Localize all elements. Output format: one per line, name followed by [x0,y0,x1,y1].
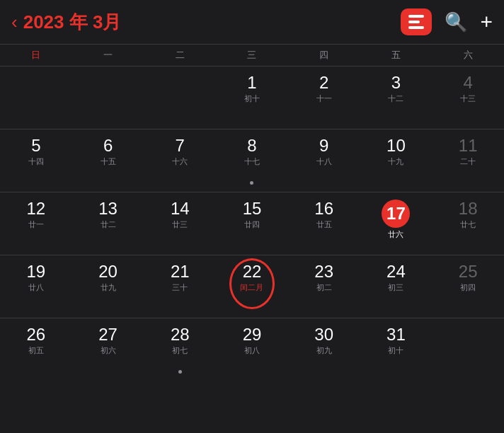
search-button[interactable]: 🔍 [445,11,467,33]
day-number: 1 [247,74,256,92]
day-cell[interactable]: 21三十 [144,255,216,318]
lunar-label: 初十 [244,93,260,104]
calendar-header: ‹ 2023 年 3月 🔍 + [0,0,504,44]
day-number: 21 [171,262,190,281]
day-cell[interactable]: 17廿六 [360,192,433,255]
lunar-label: 十三 [460,93,476,104]
lunar-label: 二十 [460,156,476,167]
day-cell[interactable]: 2十一 [288,67,360,129]
event-dot [178,370,182,374]
day-number: 30 [314,325,333,344]
day-cell[interactable]: 27初六 [72,318,144,381]
day-number: 24 [386,262,406,281]
day-cell[interactable]: 26初五 [0,318,72,381]
week-row-4: 19廿八20廿九21三十22闰二月23初二24初三25初四 [0,255,504,318]
lunar-label: 廿二 [101,219,116,230]
day-number: 2 [319,74,328,92]
day-cell[interactable]: 29初八 [216,318,288,381]
day-cell[interactable]: 13廿二 [72,192,144,255]
day-number: 29 [243,325,262,344]
week-row-5: 26初五27初六28初七29初八30初九31初十 [0,318,504,381]
lunar-label: 初四 [460,282,476,293]
day-cell [144,67,216,129]
day-number: 4 [463,74,472,92]
lunar-label: 廿七 [460,219,476,230]
weekday-thu: 四 [288,49,360,62]
day-cell[interactable]: 14廿三 [144,192,216,255]
day-number: 28 [171,325,190,344]
day-cell[interactable]: 20廿九 [72,255,144,318]
day-number: 16 [314,200,333,218]
day-cell[interactable]: 5十四 [0,129,72,192]
lunar-label: 十九 [388,156,403,167]
weekday-mon: 一 [72,49,144,62]
lunar-label: 十六 [172,156,188,167]
day-cell[interactable]: 25初四 [432,255,504,318]
day-cell[interactable]: 15廿四 [216,192,288,255]
day-cell[interactable]: 31初十 [360,318,433,381]
day-cell[interactable]: 9十八 [288,129,360,192]
week-row-2: 5十四6十五7十六8十七9十八10十九11二十 [0,129,504,192]
day-cell[interactable]: 10十九 [360,129,433,192]
day-number: 8 [247,137,256,155]
day-cell[interactable]: 24初三 [360,255,433,318]
day-number: 22 [243,262,262,281]
day-number: 26 [27,325,46,344]
day-cell[interactable]: 18廿七 [432,192,504,255]
day-number: 3 [391,74,401,92]
day-number: 18 [459,200,478,218]
day-number: 6 [103,137,113,155]
lunar-label: 初六 [101,345,116,356]
day-number: 7 [176,137,185,155]
day-cell[interactable]: 28初七 [144,318,216,381]
day-cell[interactable]: 19廿八 [0,255,72,318]
lunar-label: 十五 [101,156,116,167]
lunar-label: 廿一 [28,219,44,230]
day-cell[interactable]: 30初九 [288,318,360,381]
lunar-label: 初五 [28,345,44,356]
lunar-label: 廿六 [388,229,403,240]
day-number: 11 [459,137,478,155]
lunar-label: 廿四 [244,219,260,230]
day-cell[interactable]: 12廿一 [0,192,72,255]
day-cell[interactable]: 11二十 [432,129,504,192]
header-actions: 🔍 + [401,8,493,35]
day-cell [0,67,72,129]
calendar-grid: 1初十2十一3十二4十三5十四6十五7十六8十七9十八10十九11二十12廿一1… [0,67,504,381]
back-button[interactable]: ‹ [11,13,18,31]
day-number: 27 [98,325,118,344]
day-cell[interactable]: 8十七 [216,129,288,192]
lunar-label: 廿五 [316,219,332,230]
add-event-button[interactable]: + [480,10,493,34]
lunar-label: 十二 [388,93,403,104]
day-cell [72,67,144,129]
day-number: 5 [31,137,40,155]
lunar-label: 十七 [244,156,260,167]
day-cell[interactable]: 6十五 [72,129,144,192]
lunar-label: 廿九 [101,282,116,293]
lunar-label: 初八 [244,345,260,356]
week-row-1: 1初十2十一3十二4十三 [0,67,504,129]
day-number: 10 [386,137,406,155]
lunar-label: 十四 [28,156,44,167]
day-cell[interactable]: 4十三 [432,67,504,129]
lunar-label: 廿八 [28,282,44,293]
day-cell[interactable]: 22闰二月 [216,255,288,318]
day-cell [432,318,504,381]
weekday-tue: 二 [144,49,216,62]
day-cell[interactable]: 23初二 [288,255,360,318]
day-cell[interactable]: 3十二 [360,67,433,129]
weekday-sun: 日 [0,49,72,62]
day-cell[interactable]: 16廿五 [288,192,360,255]
list-view-button[interactable] [401,8,432,35]
week-row-3: 12廿一13廿二14廿三15廿四16廿五17廿六18廿七 [0,192,504,255]
lunar-label: 十八 [316,156,332,167]
day-number: 9 [319,137,328,155]
day-number: 14 [171,200,190,218]
day-cell[interactable]: 7十六 [144,129,216,192]
lunar-label: 十一 [316,93,332,104]
weekday-sat: 六 [432,49,504,62]
day-cell[interactable]: 1初十 [216,67,288,129]
day-number: 25 [459,262,478,281]
day-number: 31 [386,325,406,344]
